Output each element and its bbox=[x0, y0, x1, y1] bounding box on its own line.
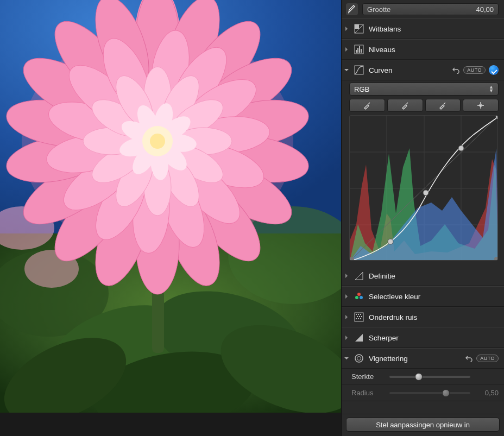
curves-channel-value: RGB bbox=[354, 85, 369, 93]
section-title: Definitie bbox=[369, 272, 499, 280]
section-title: Selectieve kleur bbox=[369, 293, 499, 301]
section-curven[interactable]: Curven AUTO bbox=[342, 60, 504, 80]
slider-value-radius: 0,50 bbox=[475, 389, 499, 397]
slider-label-radius: Radius bbox=[351, 389, 385, 397]
svg-rect-102 bbox=[356, 318, 357, 319]
chevron-right-icon bbox=[344, 294, 349, 299]
undo-icon[interactable] bbox=[451, 66, 460, 74]
adjustments-panel: Grootte 40,00 Witbalans Niveaus bbox=[341, 0, 504, 436]
chevron-right-icon bbox=[344, 26, 349, 31]
select-arrows-icon: ▲▼ bbox=[489, 85, 494, 93]
section-onderdruk-ruis[interactable]: Onderdruk ruis bbox=[342, 307, 504, 327]
brush-size-field[interactable]: Grootte 40,00 bbox=[362, 3, 499, 15]
whitebalance-icon bbox=[354, 23, 364, 34]
svg-rect-70 bbox=[355, 24, 359, 29]
undo-icon[interactable] bbox=[464, 354, 473, 363]
auto-button[interactable]: AUTO bbox=[463, 66, 486, 74]
reset-adjustments-button[interactable]: Stel aanpassingen opnieuw in bbox=[346, 418, 500, 432]
section-vignettering[interactable]: Vignettering AUTO bbox=[342, 349, 504, 368]
curves-histogram[interactable] bbox=[349, 115, 498, 261]
svg-point-88 bbox=[458, 146, 464, 151]
svg-rect-75 bbox=[361, 49, 362, 53]
slider-sterkte[interactable] bbox=[389, 376, 470, 378]
svg-point-106 bbox=[357, 357, 361, 361]
chevron-right-icon bbox=[344, 47, 349, 52]
svg-point-105 bbox=[355, 355, 363, 362]
svg-rect-103 bbox=[358, 318, 359, 319]
svg-rect-101 bbox=[361, 316, 362, 317]
svg-rect-98 bbox=[360, 314, 361, 315]
section-title: Niveaus bbox=[369, 46, 499, 54]
chevron-right-icon bbox=[344, 335, 349, 340]
section-title: Scherper bbox=[369, 334, 499, 342]
selective-color-icon bbox=[354, 291, 364, 302]
definition-icon bbox=[354, 270, 364, 281]
section-scherper[interactable]: Scherper bbox=[342, 328, 504, 347]
svg-point-89 bbox=[496, 116, 498, 119]
section-title: Witbalans bbox=[369, 25, 499, 33]
svg-rect-97 bbox=[358, 314, 359, 315]
vignette-icon bbox=[354, 353, 364, 364]
chevron-down-icon bbox=[344, 67, 349, 73]
sharpen-icon bbox=[354, 332, 364, 343]
eyedropper-gray-button[interactable] bbox=[387, 99, 423, 112]
svg-rect-100 bbox=[359, 316, 360, 317]
brush-size-label: Grootte bbox=[367, 5, 390, 14]
svg-point-86 bbox=[388, 239, 393, 244]
svg-point-93 bbox=[355, 296, 358, 299]
auto-button[interactable]: AUTO bbox=[476, 355, 499, 362]
svg-rect-72 bbox=[356, 50, 357, 53]
section-title: Onderdruk ruis bbox=[369, 313, 499, 321]
section-title: Vignettering bbox=[369, 355, 460, 363]
brush-icon[interactable] bbox=[346, 3, 358, 15]
levels-icon bbox=[354, 44, 364, 55]
eyedropper-black-button[interactable] bbox=[349, 99, 385, 112]
svg-rect-99 bbox=[357, 316, 358, 317]
preview-photo bbox=[0, 0, 341, 413]
noise-reduction-icon bbox=[354, 312, 364, 323]
svg-point-94 bbox=[360, 296, 363, 299]
curves-channel-select[interactable]: RGB ▲▼ bbox=[349, 83, 499, 96]
chevron-right-icon bbox=[344, 314, 349, 320]
image-preview bbox=[0, 0, 341, 436]
slider-radius[interactable] bbox=[389, 392, 470, 394]
section-title: Curven bbox=[369, 66, 447, 74]
svg-rect-104 bbox=[360, 318, 361, 319]
slider-label-sterkte: Sterkte bbox=[351, 372, 385, 381]
svg-point-68 bbox=[150, 134, 165, 149]
chevron-right-icon bbox=[344, 273, 349, 279]
section-definitie[interactable]: Definitie bbox=[342, 266, 504, 286]
svg-rect-73 bbox=[357, 48, 358, 53]
svg-point-92 bbox=[357, 293, 361, 296]
section-witbalans[interactable]: Witbalans bbox=[342, 19, 504, 39]
enabled-toggle[interactable] bbox=[489, 65, 499, 75]
curves-icon bbox=[354, 65, 364, 75]
svg-point-87 bbox=[423, 190, 429, 195]
chevron-down-icon bbox=[344, 356, 349, 361]
brush-size-value: 40,00 bbox=[476, 5, 494, 14]
add-point-button[interactable] bbox=[463, 99, 499, 112]
svg-rect-96 bbox=[356, 314, 357, 315]
section-selectieve-kleur[interactable]: Selectieve kleur bbox=[342, 287, 504, 306]
eyedropper-white-button[interactable] bbox=[425, 99, 461, 112]
svg-rect-74 bbox=[359, 46, 360, 53]
section-niveaus[interactable]: Niveaus bbox=[342, 40, 504, 59]
